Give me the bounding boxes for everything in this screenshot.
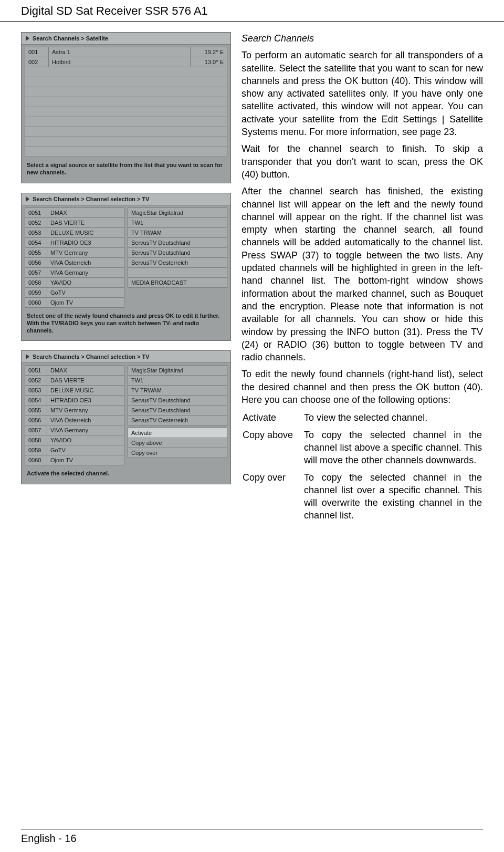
body-paragraph: Wait for the channel search to finish. T… [242, 142, 483, 181]
found-channels-table: MagicStar DigitalradTW1TV TRWAMServusTV … [128, 207, 227, 288]
figure-channel-edit: Search Channels > Channel selection > TV… [21, 350, 231, 484]
breadcrumb: Search Channels > Channel selection > TV [22, 193, 230, 205]
page-footer: English - 16 [21, 829, 483, 845]
satellite-table: 001Astra 119.2° E002Hotbird13.0° E [25, 47, 227, 157]
option-name: Activate [243, 411, 303, 427]
existing-channels-table: 0051DMAX0052DAS VIERTE0053DELUXE MUSIC00… [25, 365, 124, 465]
options-table: ActivateTo view the selected channel.Cop… [242, 410, 483, 526]
option-desc: To copy the selected channel in the chan… [304, 471, 482, 525]
figure-hint: Activate the selected channel. [27, 470, 225, 477]
breadcrumb: Search Channels > Channel selection > TV [22, 351, 230, 363]
option-desc: To view the selected channel. [304, 411, 482, 427]
option-name: Copy above [243, 429, 303, 470]
context-menu-item: Copy over [128, 448, 227, 458]
figure-channel-selection: Search Channels > Channel selection > TV… [21, 193, 231, 341]
context-menu-item: Activate [128, 428, 227, 438]
figures-column: Search Channels > Satellite 001Astra 119… [21, 32, 231, 526]
body-paragraph: To edit the newly found channels (right-… [242, 368, 483, 406]
option-name: Copy over [243, 471, 303, 525]
context-menu: ActivateCopy aboveCopy over [128, 428, 227, 458]
figure-hint: Select one of the newly found channels a… [27, 312, 225, 335]
body-paragraph: To perform an automatic search for all t… [242, 49, 483, 138]
body-paragraph: After the channel search has finished, t… [242, 185, 483, 363]
found-channels-table: MagicStar DigitalradTW1TV TRWAMServusTV … [128, 365, 227, 425]
section-title: Search Channels [242, 32, 483, 45]
page-header: Digital SD Sat Receiver SSR 576 A1 [0, 0, 504, 22]
figure-satellite-list: Search Channels > Satellite 001Astra 119… [21, 32, 231, 183]
context-menu-item: Copy above [128, 438, 227, 448]
figure-hint: Select a signal source or satellite from… [27, 161, 225, 176]
breadcrumb: Search Channels > Satellite [22, 33, 230, 45]
text-column: Search Channels To perform an automatic … [242, 32, 483, 526]
existing-channels-table: 0051DMAX0052DAS VIERTE0053DELUXE MUSIC00… [25, 207, 124, 308]
option-desc: To copy the selected channel in the chan… [304, 429, 482, 470]
